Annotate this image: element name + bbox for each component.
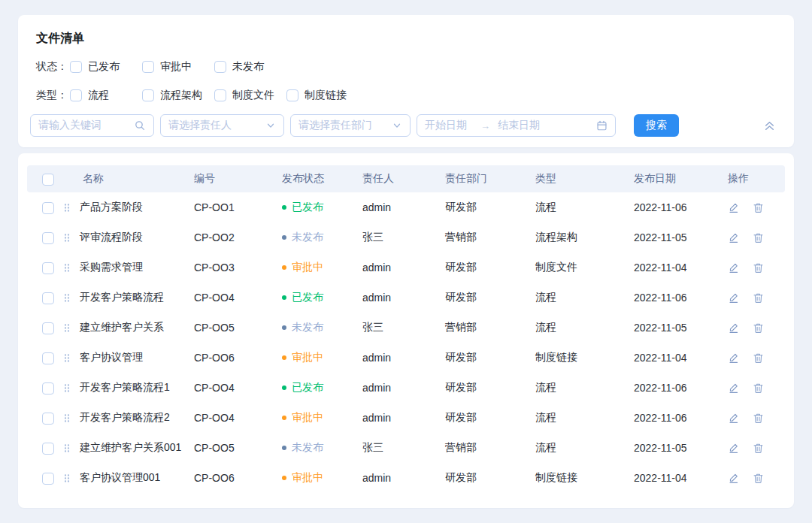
collapse-filters-icon[interactable] bbox=[763, 119, 776, 132]
row-checkbox[interactable] bbox=[42, 292, 54, 304]
drag-handle-icon[interactable] bbox=[63, 323, 71, 333]
owner-select[interactable]: 请选择责任人 bbox=[160, 114, 284, 137]
department: 营销部 bbox=[445, 433, 535, 463]
column-header-2: 编号 bbox=[194, 165, 282, 192]
edit-icon[interactable] bbox=[728, 292, 739, 304]
department: 营销部 bbox=[445, 313, 535, 343]
row-checkbox[interactable] bbox=[42, 473, 54, 485]
status-text: 未发布 bbox=[292, 231, 323, 244]
drag-handle-icon[interactable] bbox=[63, 383, 71, 393]
delete-icon[interactable] bbox=[753, 292, 764, 304]
checkbox-label: 流程 bbox=[88, 89, 109, 102]
owner: 张三 bbox=[362, 222, 445, 252]
edit-icon[interactable] bbox=[728, 262, 739, 274]
file-name: 建立维护客户关系 bbox=[80, 321, 164, 334]
drag-handle-icon[interactable] bbox=[63, 293, 71, 303]
edit-icon[interactable] bbox=[728, 473, 739, 484]
row-checkbox[interactable] bbox=[42, 352, 54, 364]
drag-handle-icon[interactable] bbox=[63, 263, 71, 273]
file-code: CP-OO6 bbox=[194, 343, 282, 373]
table-row: 建立维护客户关系CP-OO5未发布张三营销部流程2022-11-05 bbox=[27, 313, 785, 343]
row-checkbox[interactable] bbox=[42, 232, 54, 244]
edit-icon[interactable] bbox=[728, 202, 739, 213]
file-type: 流程 bbox=[535, 192, 634, 222]
search-button[interactable]: 搜索 bbox=[634, 114, 679, 137]
file-type: 制度文件 bbox=[535, 252, 634, 283]
department: 研发部 bbox=[445, 283, 535, 313]
owner: admin bbox=[362, 192, 445, 222]
calendar-icon bbox=[596, 120, 607, 132]
dept-select[interactable]: 请选择责任部门 bbox=[290, 114, 411, 137]
date-start-placeholder: 开始日期 bbox=[425, 119, 467, 132]
checkbox-label: 制度文件 bbox=[232, 89, 274, 102]
owner-placeholder: 请选择责任人 bbox=[168, 119, 232, 132]
drag-handle-icon[interactable] bbox=[63, 353, 71, 363]
file-name: 产品方案阶段 bbox=[80, 201, 143, 214]
column-header-6: 类型 bbox=[535, 165, 634, 192]
delete-icon[interactable] bbox=[753, 232, 764, 243]
edit-icon[interactable] bbox=[728, 322, 739, 334]
date-range-picker[interactable]: 开始日期 → 结束日期 bbox=[417, 114, 616, 137]
department: 研发部 bbox=[445, 403, 535, 433]
checkbox-option-流程架构[interactable]: 流程架构 bbox=[142, 89, 214, 102]
edit-icon[interactable] bbox=[728, 413, 739, 424]
checkbox-option-制度文件[interactable]: 制度文件 bbox=[214, 89, 286, 102]
chevron-down-icon bbox=[265, 120, 276, 131]
search-toolbar: 请输入关键词 请选择责任人 请选择责任部门 bbox=[30, 114, 776, 137]
checkbox-option-制度链接[interactable]: 制度链接 bbox=[286, 89, 359, 102]
delete-icon[interactable] bbox=[753, 382, 764, 394]
page-title: 文件清单 bbox=[36, 30, 776, 47]
checkbox-option-流程[interactable]: 流程 bbox=[70, 89, 142, 102]
checkbox-option-审批中[interactable]: 审批中 bbox=[142, 60, 214, 74]
table-row: 开发客户策略流程1CP-OO4已发布admin研发部流程2022-11-06 bbox=[27, 373, 785, 403]
checkbox-icon bbox=[142, 61, 154, 73]
delete-icon[interactable] bbox=[753, 443, 764, 454]
edit-icon[interactable] bbox=[728, 443, 739, 454]
table-row: 客户协议管理CP-OO6审批中admin研发部制度链接2022-11-04 bbox=[27, 343, 785, 373]
delete-icon[interactable] bbox=[753, 413, 764, 424]
checkbox-option-已发布[interactable]: 已发布 bbox=[70, 60, 142, 74]
drag-handle-icon[interactable] bbox=[63, 203, 71, 213]
edit-icon[interactable] bbox=[728, 232, 739, 243]
delete-icon[interactable] bbox=[753, 473, 764, 484]
file-name: 客户协议管理001 bbox=[80, 471, 160, 485]
row-checkbox[interactable] bbox=[42, 262, 54, 274]
edit-icon[interactable] bbox=[728, 382, 739, 394]
file-type: 流程 bbox=[535, 283, 634, 313]
drag-handle-icon[interactable] bbox=[63, 473, 71, 483]
delete-icon[interactable] bbox=[753, 262, 764, 274]
select-all-checkbox[interactable] bbox=[42, 174, 54, 186]
file-type: 流程架构 bbox=[535, 222, 634, 252]
table-row: 建立维护客户关系001CP-OO5未发布张三营销部流程2022-11-05 bbox=[27, 433, 785, 463]
checkbox-icon bbox=[286, 89, 298, 101]
delete-icon[interactable] bbox=[753, 352, 764, 364]
keyword-input[interactable]: 请输入关键词 bbox=[30, 114, 154, 137]
status-dot bbox=[282, 325, 286, 330]
file-name: 客户协议管理 bbox=[80, 351, 143, 364]
delete-icon[interactable] bbox=[753, 322, 764, 334]
drag-handle-icon[interactable] bbox=[63, 413, 71, 423]
column-header-3: 发布状态 bbox=[282, 165, 362, 192]
status-text: 审批中 bbox=[292, 471, 323, 485]
delete-icon[interactable] bbox=[753, 202, 764, 213]
filter-label: 状态： bbox=[36, 60, 70, 74]
row-checkbox[interactable] bbox=[42, 202, 54, 214]
row-checkbox[interactable] bbox=[42, 413, 54, 425]
owner: admin bbox=[362, 463, 445, 493]
arrow-right-icon: → bbox=[480, 120, 490, 132]
checkbox-icon bbox=[214, 61, 226, 73]
department: 研发部 bbox=[445, 463, 535, 493]
drag-handle-icon[interactable] bbox=[63, 443, 71, 453]
status-dot bbox=[282, 355, 286, 360]
checkbox-option-未发布[interactable]: 未发布 bbox=[214, 60, 286, 74]
filter-row-status: 状态：已发布审批中未发布 bbox=[36, 59, 776, 75]
owner: admin bbox=[362, 283, 445, 313]
row-checkbox[interactable] bbox=[42, 382, 54, 395]
owner: admin bbox=[362, 252, 445, 283]
row-checkbox[interactable] bbox=[42, 322, 54, 334]
row-checkbox[interactable] bbox=[42, 443, 54, 455]
drag-handle-icon[interactable] bbox=[63, 233, 71, 243]
filter-panel: 文件清单 状态：已发布审批中未发布类型：流程流程架构制度文件制度链接 请输入关键… bbox=[18, 15, 794, 147]
edit-icon[interactable] bbox=[728, 352, 739, 364]
table-row: 产品方案阶段CP-OO1已发布admin研发部流程2022-11-06 bbox=[27, 192, 785, 222]
